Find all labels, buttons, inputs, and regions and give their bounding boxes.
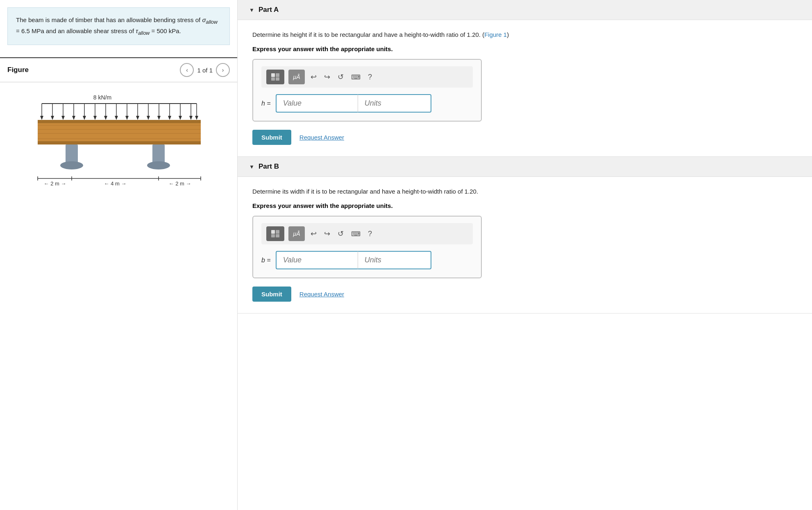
part-b-header: ▼ Part B [238,157,812,177]
part-a-header: ▼ Part A [238,0,812,20]
problem-statement: The beam is made of timber that has an a… [7,7,230,45]
part-b-content: Determine its width if it is to be recta… [238,177,812,313]
beam-diagram-svg: 8 kN/m [20,90,217,205]
prev-figure-button[interactable]: ‹ [180,63,194,77]
part-a-value-input[interactable] [276,94,358,113]
svg-marker-10 [83,116,86,120]
svg-rect-52 [276,73,279,77]
part-b-express-label: Express your answer with the appropriate… [252,202,797,209]
load-label: 8 kN/m [93,94,111,101]
svg-rect-53 [271,77,275,81]
svg-rect-54 [276,77,279,81]
svg-text:← 2 m →: ← 2 m → [43,181,66,187]
svg-rect-37 [38,120,201,123]
keyboard-button-a[interactable]: ⌨ [349,72,362,82]
part-b-submit-button[interactable]: Submit [252,287,291,302]
part-b-actions: Submit Request Answer [252,287,797,302]
svg-rect-51 [271,73,275,77]
undo-button-b[interactable]: ↩ [309,228,318,239]
svg-marker-30 [189,116,193,120]
part-b-toolbar: μÅ ↩ ↪ ↺ ⌨ ? [261,223,473,244]
part-a-input-row: h = [261,94,473,113]
svg-rect-56 [276,230,279,234]
redo-button-b[interactable]: ↪ [322,228,332,239]
part-a-answer-box: μÅ ↩ ↪ ↺ ⌨ ? h = [252,59,482,122]
part-a-title: Part A [259,6,279,14]
svg-marker-16 [115,116,118,120]
part-b-title: Part B [259,162,279,171]
part-a-toolbar: μÅ ↩ ↪ ↺ ⌨ ? [261,66,473,88]
part-a-express-label: Express your answer with the appropriate… [252,45,797,52]
load-arrows [40,104,198,120]
problem-text: The beam is made of timber that has an a… [16,16,218,34]
part-b-answer-box: μÅ ↩ ↪ ↺ ⌨ ? b = [252,216,482,278]
svg-rect-58 [276,234,279,237]
reset-button-a[interactable]: ↺ [336,72,345,82]
svg-marker-6 [61,116,65,120]
help-button-a[interactable]: ? [366,72,374,82]
keyboard-button-b[interactable]: ⌨ [349,229,362,239]
mu-button-b[interactable]: μÅ [288,226,305,241]
svg-point-40 [147,161,170,169]
part-a-collapse-icon[interactable]: ▼ [249,7,254,13]
svg-marker-12 [93,116,97,120]
page-indicator: 1 of 1 [197,67,213,74]
figure-section: Figure ‹ 1 of 1 › 8 kN/m [0,57,237,217]
svg-text:← 2 m →: ← 2 m → [168,181,191,187]
part-a-units-input[interactable] [358,94,431,113]
figure-title: Figure [7,66,29,74]
beam-body [38,120,201,144]
svg-rect-38 [38,141,201,144]
svg-marker-4 [51,116,54,120]
undo-button-a[interactable]: ↩ [309,72,318,82]
help-button-b[interactable]: ? [366,229,374,239]
svg-marker-32 [195,116,198,120]
part-b-description: Determine its width if it is to be recta… [252,187,797,196]
part-b-collapse-icon[interactable]: ▼ [249,164,254,170]
svg-marker-2 [40,116,43,120]
matrix-button-b[interactable] [266,226,284,241]
part-a-figure-link[interactable]: Figure 1 [484,31,507,38]
mu-button-a[interactable]: μÅ [288,70,305,84]
part-a-content: Determine its height if it is to be rect… [238,20,812,156]
next-figure-button[interactable]: › [216,63,230,77]
part-a-submit-button[interactable]: Submit [252,130,291,145]
figure-nav: ‹ 1 of 1 › [180,63,230,77]
svg-marker-24 [157,116,161,120]
svg-marker-14 [104,116,107,120]
part-a-section: ▼ Part A Determine its height if it is t… [238,0,812,157]
part-b-request-answer-button[interactable]: Request Answer [299,291,344,298]
figure-header: Figure ‹ 1 of 1 › [0,57,237,82]
part-b-section: ▼ Part B Determine its width if it is to… [238,157,812,314]
left-panel: The beam is made of timber that has an a… [0,0,238,510]
matrix-button-a[interactable] [266,70,284,84]
part-a-variable-label: h = [261,100,271,107]
svg-text:← 4 m →: ← 4 m → [104,181,126,187]
part-a-actions: Submit Request Answer [252,130,797,145]
part-b-input-row: b = [261,251,473,269]
part-a-description: Determine its height if it is to be rect… [252,30,797,40]
part-b-value-input[interactable] [276,251,358,269]
svg-rect-57 [271,234,275,237]
part-b-variable-label: b = [261,257,271,264]
part-a-request-answer-button[interactable]: Request Answer [299,134,344,141]
part-b-units-input[interactable] [358,251,431,269]
svg-point-39 [60,161,83,169]
svg-marker-8 [72,116,75,120]
right-panel: ▼ Part A Determine its height if it is t… [238,0,812,510]
svg-marker-18 [125,116,129,120]
svg-marker-28 [179,116,182,120]
redo-button-a[interactable]: ↪ [322,72,332,82]
svg-marker-22 [147,116,150,120]
reset-button-b[interactable]: ↺ [336,228,345,239]
figure-image: 8 kN/m [0,82,237,217]
svg-marker-20 [136,116,139,120]
svg-marker-26 [168,116,171,120]
svg-rect-55 [271,230,275,234]
